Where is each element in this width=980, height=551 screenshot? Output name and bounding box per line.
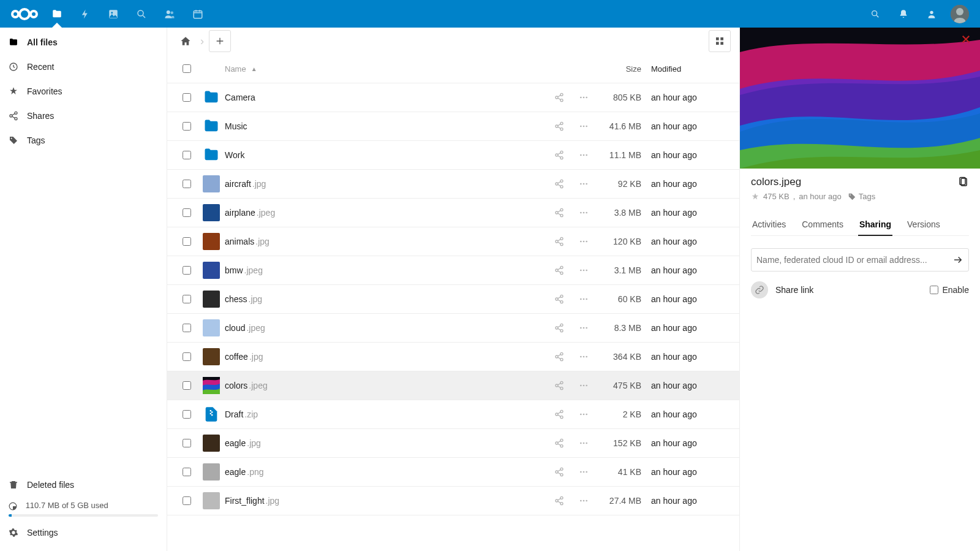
- more-actions-button[interactable]: [571, 208, 596, 218]
- nav-app-contacts[interactable]: [156, 0, 184, 28]
- file-name[interactable]: Work: [225, 150, 547, 160]
- more-actions-button[interactable]: [571, 467, 596, 477]
- file-name[interactable]: Draft.zip: [225, 409, 547, 419]
- file-name[interactable]: aircraft.jpg: [225, 179, 547, 189]
- table-row[interactable]: coffee.jpg364 KBan hour ago: [167, 343, 739, 371]
- more-actions-button[interactable]: [571, 265, 596, 275]
- table-row[interactable]: Camera805 KBan hour ago: [167, 83, 739, 112]
- share-search-input[interactable]: [756, 255, 952, 265]
- more-actions-button[interactable]: [571, 438, 596, 448]
- table-row[interactable]: aircraft.jpg92 KBan hour ago: [167, 170, 739, 199]
- row-checkbox[interactable]: [176, 266, 198, 275]
- share-button[interactable]: [547, 265, 571, 275]
- row-checkbox[interactable]: [176, 122, 198, 131]
- view-toggle-button[interactable]: [709, 30, 731, 52]
- share-button[interactable]: [547, 352, 571, 362]
- new-button[interactable]: [209, 30, 231, 52]
- details-tags-button[interactable]: Tags: [848, 192, 875, 201]
- file-name[interactable]: bmw.jpeg: [225, 265, 547, 275]
- app-logo[interactable]: [6, 7, 43, 21]
- nav-app-activity[interactable]: [71, 0, 99, 28]
- table-row[interactable]: bmw.jpeg3.1 MBan hour ago: [167, 256, 739, 285]
- table-row[interactable]: Work11.1 MBan hour ago: [167, 141, 739, 170]
- nav-app-gallery[interactable]: [99, 0, 127, 28]
- share-button[interactable]: [547, 409, 571, 419]
- table-row[interactable]: eagle.png41 KBan hour ago: [167, 458, 739, 487]
- sidebar-item-settings[interactable]: Settings: [0, 520, 167, 545]
- share-button[interactable]: [547, 323, 571, 333]
- row-checkbox[interactable]: [176, 496, 198, 505]
- more-actions-button[interactable]: [571, 237, 596, 246]
- table-row[interactable]: airplane.jpeg3.8 MBan hour ago: [167, 199, 739, 227]
- share-button[interactable]: [547, 208, 571, 218]
- breadcrumb-home[interactable]: [176, 31, 195, 51]
- more-actions-button[interactable]: [571, 352, 596, 362]
- contacts-menu-button[interactable]: [918, 0, 946, 28]
- share-button[interactable]: [547, 93, 571, 102]
- clipboard-button[interactable]: [958, 177, 969, 188]
- more-actions-button[interactable]: [571, 150, 596, 160]
- more-actions-button[interactable]: [571, 121, 596, 131]
- table-row[interactable]: First_flight.jpg27.4 MBan hour ago: [167, 487, 739, 515]
- table-row[interactable]: animals.jpg120 KBan hour ago: [167, 227, 739, 256]
- file-name[interactable]: chess.jpg: [225, 294, 547, 304]
- file-name[interactable]: coffee.jpg: [225, 352, 547, 362]
- share-button[interactable]: [547, 381, 571, 390]
- share-button[interactable]: [547, 496, 571, 506]
- column-header-size[interactable]: Size: [596, 64, 651, 74]
- close-details-button[interactable]: [960, 34, 971, 45]
- row-checkbox[interactable]: [176, 295, 198, 303]
- more-actions-button[interactable]: [571, 496, 596, 506]
- table-row[interactable]: chess.jpg60 KBan hour ago: [167, 285, 739, 314]
- more-actions-button[interactable]: [571, 381, 596, 390]
- row-checkbox[interactable]: [176, 381, 198, 390]
- table-row[interactable]: Draft.zip2 KBan hour ago: [167, 400, 739, 429]
- file-name[interactable]: airplane.jpeg: [225, 208, 547, 218]
- share-link-enable-toggle[interactable]: Enable: [930, 285, 969, 295]
- file-name[interactable]: First_flight.jpg: [225, 496, 547, 506]
- column-header-name[interactable]: Name ▲: [225, 64, 547, 74]
- table-row[interactable]: cloud.jpeg8.3 MBan hour ago: [167, 314, 739, 343]
- file-name[interactable]: animals.jpg: [225, 237, 547, 246]
- row-checkbox[interactable]: [176, 237, 198, 246]
- share-button[interactable]: [547, 150, 571, 160]
- share-button[interactable]: [547, 438, 571, 448]
- sidebar-item-shares[interactable]: Shares: [0, 104, 167, 128]
- nav-app-calendar[interactable]: [184, 0, 212, 28]
- more-actions-button[interactable]: [571, 294, 596, 304]
- table-row[interactable]: Music41.6 MBan hour ago: [167, 112, 739, 141]
- tab-activities[interactable]: Activities: [751, 215, 787, 235]
- share-button[interactable]: [547, 179, 571, 189]
- row-checkbox[interactable]: [176, 151, 198, 159]
- share-button[interactable]: [547, 237, 571, 246]
- more-actions-button[interactable]: [571, 179, 596, 189]
- row-checkbox[interactable]: [176, 352, 198, 361]
- nav-app-search[interactable]: [127, 0, 156, 28]
- sidebar-item-tags[interactable]: Tags: [0, 128, 167, 153]
- sidebar-item-recent[interactable]: Recent: [0, 55, 167, 79]
- file-name[interactable]: colors.jpeg: [225, 381, 547, 390]
- row-checkbox[interactable]: [176, 180, 198, 188]
- share-button[interactable]: [547, 121, 571, 131]
- row-checkbox[interactable]: [176, 208, 198, 217]
- tab-comments[interactable]: Comments: [801, 215, 845, 235]
- sidebar-item-deleted[interactable]: Deleted files: [0, 473, 167, 497]
- tab-sharing[interactable]: Sharing: [858, 215, 892, 235]
- more-actions-button[interactable]: [571, 409, 596, 419]
- user-menu[interactable]: [946, 0, 974, 28]
- more-actions-button[interactable]: [571, 323, 596, 333]
- row-checkbox[interactable]: [176, 324, 198, 332]
- select-all-checkbox[interactable]: [176, 64, 198, 73]
- file-name[interactable]: cloud.jpeg: [225, 323, 547, 333]
- nav-app-files[interactable]: [43, 0, 71, 28]
- file-name[interactable]: Music: [225, 121, 547, 131]
- sidebar-item-all-files[interactable]: All files: [0, 30, 167, 55]
- share-button[interactable]: [547, 467, 571, 477]
- file-name[interactable]: eagle.jpg: [225, 438, 547, 448]
- row-checkbox[interactable]: [176, 410, 198, 419]
- tab-versions[interactable]: Versions: [906, 215, 941, 235]
- notifications-button[interactable]: [889, 0, 918, 28]
- row-checkbox[interactable]: [176, 93, 198, 102]
- file-name[interactable]: Camera: [225, 93, 547, 102]
- file-name[interactable]: eagle.png: [225, 467, 547, 477]
